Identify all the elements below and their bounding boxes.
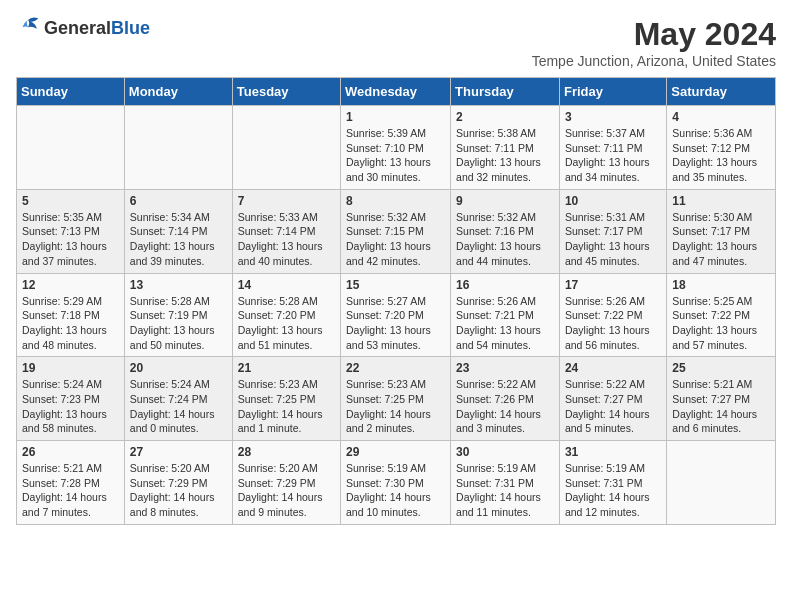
month-year-title: May 2024 xyxy=(532,16,776,53)
calendar-cell: 3Sunrise: 5:37 AMSunset: 7:11 PMDaylight… xyxy=(559,106,666,190)
days-header-row: SundayMondayTuesdayWednesdayThursdayFrid… xyxy=(17,78,776,106)
day-number: 28 xyxy=(238,445,335,459)
day-info: Sunrise: 5:25 AMSunset: 7:22 PMDaylight:… xyxy=(672,294,770,353)
day-number: 24 xyxy=(565,361,661,375)
calendar-cell: 28Sunrise: 5:20 AMSunset: 7:29 PMDayligh… xyxy=(232,441,340,525)
day-info: Sunrise: 5:29 AMSunset: 7:18 PMDaylight:… xyxy=(22,294,119,353)
day-info: Sunrise: 5:34 AMSunset: 7:14 PMDaylight:… xyxy=(130,210,227,269)
calendar-cell: 8Sunrise: 5:32 AMSunset: 7:15 PMDaylight… xyxy=(341,189,451,273)
day-info: Sunrise: 5:23 AMSunset: 7:25 PMDaylight:… xyxy=(238,377,335,436)
day-header-tuesday: Tuesday xyxy=(232,78,340,106)
day-number: 14 xyxy=(238,278,335,292)
day-info: Sunrise: 5:37 AMSunset: 7:11 PMDaylight:… xyxy=(565,126,661,185)
calendar-cell: 23Sunrise: 5:22 AMSunset: 7:26 PMDayligh… xyxy=(451,357,560,441)
day-header-monday: Monday xyxy=(124,78,232,106)
day-info: Sunrise: 5:31 AMSunset: 7:17 PMDaylight:… xyxy=(565,210,661,269)
day-info: Sunrise: 5:21 AMSunset: 7:27 PMDaylight:… xyxy=(672,377,770,436)
day-number: 27 xyxy=(130,445,227,459)
day-number: 12 xyxy=(22,278,119,292)
title-area: May 2024 Tempe Junction, Arizona, United… xyxy=(532,16,776,69)
day-info: Sunrise: 5:38 AMSunset: 7:11 PMDaylight:… xyxy=(456,126,554,185)
day-number: 8 xyxy=(346,194,445,208)
day-info: Sunrise: 5:33 AMSunset: 7:14 PMDaylight:… xyxy=(238,210,335,269)
day-info: Sunrise: 5:26 AMSunset: 7:21 PMDaylight:… xyxy=(456,294,554,353)
day-number: 22 xyxy=(346,361,445,375)
calendar-cell: 29Sunrise: 5:19 AMSunset: 7:30 PMDayligh… xyxy=(341,441,451,525)
day-info: Sunrise: 5:20 AMSunset: 7:29 PMDaylight:… xyxy=(130,461,227,520)
calendar-week-row: 5Sunrise: 5:35 AMSunset: 7:13 PMDaylight… xyxy=(17,189,776,273)
calendar-cell: 16Sunrise: 5:26 AMSunset: 7:21 PMDayligh… xyxy=(451,273,560,357)
calendar-cell: 1Sunrise: 5:39 AMSunset: 7:10 PMDaylight… xyxy=(341,106,451,190)
day-number: 2 xyxy=(456,110,554,124)
calendar-cell: 9Sunrise: 5:32 AMSunset: 7:16 PMDaylight… xyxy=(451,189,560,273)
day-info: Sunrise: 5:36 AMSunset: 7:12 PMDaylight:… xyxy=(672,126,770,185)
calendar-cell: 27Sunrise: 5:20 AMSunset: 7:29 PMDayligh… xyxy=(124,441,232,525)
day-number: 1 xyxy=(346,110,445,124)
day-number: 30 xyxy=(456,445,554,459)
calendar-table: SundayMondayTuesdayWednesdayThursdayFrid… xyxy=(16,77,776,525)
calendar-week-row: 26Sunrise: 5:21 AMSunset: 7:28 PMDayligh… xyxy=(17,441,776,525)
day-number: 10 xyxy=(565,194,661,208)
day-info: Sunrise: 5:24 AMSunset: 7:24 PMDaylight:… xyxy=(130,377,227,436)
day-number: 26 xyxy=(22,445,119,459)
day-number: 23 xyxy=(456,361,554,375)
calendar-week-row: 12Sunrise: 5:29 AMSunset: 7:18 PMDayligh… xyxy=(17,273,776,357)
day-header-saturday: Saturday xyxy=(667,78,776,106)
day-number: 31 xyxy=(565,445,661,459)
calendar-cell: 5Sunrise: 5:35 AMSunset: 7:13 PMDaylight… xyxy=(17,189,125,273)
day-number: 17 xyxy=(565,278,661,292)
day-info: Sunrise: 5:32 AMSunset: 7:16 PMDaylight:… xyxy=(456,210,554,269)
day-info: Sunrise: 5:28 AMSunset: 7:19 PMDaylight:… xyxy=(130,294,227,353)
day-header-thursday: Thursday xyxy=(451,78,560,106)
day-number: 3 xyxy=(565,110,661,124)
calendar-week-row: 19Sunrise: 5:24 AMSunset: 7:23 PMDayligh… xyxy=(17,357,776,441)
logo-text-blue: Blue xyxy=(111,18,150,38)
calendar-week-row: 1Sunrise: 5:39 AMSunset: 7:10 PMDaylight… xyxy=(17,106,776,190)
logo-text-general: General xyxy=(44,18,111,38)
day-info: Sunrise: 5:21 AMSunset: 7:28 PMDaylight:… xyxy=(22,461,119,520)
calendar-cell: 4Sunrise: 5:36 AMSunset: 7:12 PMDaylight… xyxy=(667,106,776,190)
calendar-cell: 17Sunrise: 5:26 AMSunset: 7:22 PMDayligh… xyxy=(559,273,666,357)
day-number: 18 xyxy=(672,278,770,292)
day-info: Sunrise: 5:24 AMSunset: 7:23 PMDaylight:… xyxy=(22,377,119,436)
day-number: 29 xyxy=(346,445,445,459)
day-header-friday: Friday xyxy=(559,78,666,106)
page-header: GeneralBlue May 2024 Tempe Junction, Ari… xyxy=(16,16,776,69)
day-number: 13 xyxy=(130,278,227,292)
location-subtitle: Tempe Junction, Arizona, United States xyxy=(532,53,776,69)
day-info: Sunrise: 5:32 AMSunset: 7:15 PMDaylight:… xyxy=(346,210,445,269)
calendar-cell: 20Sunrise: 5:24 AMSunset: 7:24 PMDayligh… xyxy=(124,357,232,441)
day-number: 16 xyxy=(456,278,554,292)
day-number: 9 xyxy=(456,194,554,208)
calendar-cell: 14Sunrise: 5:28 AMSunset: 7:20 PMDayligh… xyxy=(232,273,340,357)
calendar-cell: 31Sunrise: 5:19 AMSunset: 7:31 PMDayligh… xyxy=(559,441,666,525)
day-info: Sunrise: 5:20 AMSunset: 7:29 PMDaylight:… xyxy=(238,461,335,520)
calendar-cell: 12Sunrise: 5:29 AMSunset: 7:18 PMDayligh… xyxy=(17,273,125,357)
day-number: 19 xyxy=(22,361,119,375)
calendar-cell: 21Sunrise: 5:23 AMSunset: 7:25 PMDayligh… xyxy=(232,357,340,441)
calendar-cell: 22Sunrise: 5:23 AMSunset: 7:25 PMDayligh… xyxy=(341,357,451,441)
day-info: Sunrise: 5:22 AMSunset: 7:26 PMDaylight:… xyxy=(456,377,554,436)
day-number: 7 xyxy=(238,194,335,208)
day-info: Sunrise: 5:30 AMSunset: 7:17 PMDaylight:… xyxy=(672,210,770,269)
day-number: 21 xyxy=(238,361,335,375)
calendar-cell: 26Sunrise: 5:21 AMSunset: 7:28 PMDayligh… xyxy=(17,441,125,525)
calendar-cell xyxy=(232,106,340,190)
calendar-cell xyxy=(124,106,232,190)
calendar-cell: 7Sunrise: 5:33 AMSunset: 7:14 PMDaylight… xyxy=(232,189,340,273)
day-info: Sunrise: 5:23 AMSunset: 7:25 PMDaylight:… xyxy=(346,377,445,436)
calendar-cell: 18Sunrise: 5:25 AMSunset: 7:22 PMDayligh… xyxy=(667,273,776,357)
day-number: 5 xyxy=(22,194,119,208)
day-info: Sunrise: 5:22 AMSunset: 7:27 PMDaylight:… xyxy=(565,377,661,436)
calendar-cell xyxy=(17,106,125,190)
day-number: 4 xyxy=(672,110,770,124)
day-header-wednesday: Wednesday xyxy=(341,78,451,106)
day-number: 6 xyxy=(130,194,227,208)
calendar-cell: 30Sunrise: 5:19 AMSunset: 7:31 PMDayligh… xyxy=(451,441,560,525)
calendar-cell: 15Sunrise: 5:27 AMSunset: 7:20 PMDayligh… xyxy=(341,273,451,357)
day-info: Sunrise: 5:28 AMSunset: 7:20 PMDaylight:… xyxy=(238,294,335,353)
day-number: 15 xyxy=(346,278,445,292)
calendar-cell: 24Sunrise: 5:22 AMSunset: 7:27 PMDayligh… xyxy=(559,357,666,441)
day-info: Sunrise: 5:35 AMSunset: 7:13 PMDaylight:… xyxy=(22,210,119,269)
calendar-cell: 11Sunrise: 5:30 AMSunset: 7:17 PMDayligh… xyxy=(667,189,776,273)
